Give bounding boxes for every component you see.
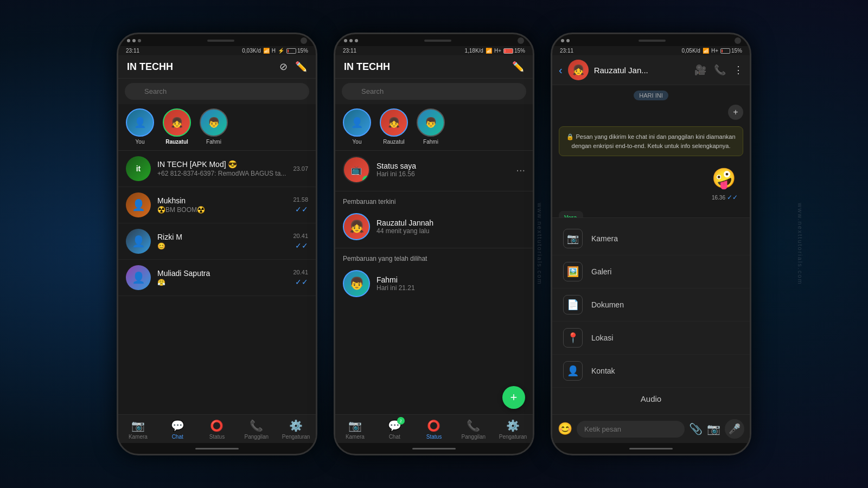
chat-meta-intech: 23.07	[293, 165, 308, 172]
more-options-icon[interactable]: ···	[516, 164, 525, 176]
fab-add-status[interactable]: +	[502, 386, 525, 409]
action-lokasi[interactable]: 📍 Lokasi	[552, 322, 750, 355]
nav-label-kamera-1: Kamera	[129, 434, 148, 440]
nav-pengaturan-2[interactable]: ⚙️ Pengaturan	[493, 415, 533, 443]
chat-meta-mukhsin: 21.58 ✓✓	[293, 196, 308, 214]
camera-icon: 📷	[131, 419, 145, 432]
camera-action-icon: 📷	[563, 229, 583, 248]
phone-dots-2	[344, 39, 358, 42]
nav-kamera-1[interactable]: 📷 Kamera	[118, 415, 158, 443]
add-button[interactable]: +	[728, 105, 743, 120]
chat-time-mukhsin: 21.58	[293, 196, 308, 203]
chat-item-muliadi[interactable]: 👤 Muliadi Saputra 😤 20.41 ✓✓	[118, 260, 316, 296]
story-row-1: 👤 You 👧 Rauzatul 👦 Fahmi	[118, 104, 316, 151]
app-header-2: IN TECHH ✏️	[335, 55, 533, 79]
chat-avatar-muliadi: 👤	[126, 265, 151, 290]
back-button[interactable]: ‹	[559, 64, 563, 76]
chat-item-rizki[interactable]: 👤 Rizki M 😊 20.41 ✓✓	[118, 223, 316, 260]
nav-chat-2[interactable]: 💬 2 Chat	[375, 415, 414, 443]
phone-speaker-3	[639, 40, 666, 42]
badge-count: 2	[397, 417, 405, 425]
action-galeri[interactable]: 🖼️ Galeri	[552, 255, 750, 288]
watermark-right: www.nexttutorials.com	[796, 203, 803, 285]
section-seen: Pembaruan yang telah dilihat	[335, 251, 533, 265]
input-bar-3: 😊 📎 📷 🎤	[552, 414, 750, 443]
nav-status-1[interactable]: ⭕ Status	[197, 415, 237, 443]
search-wrapper: 🔍	[125, 83, 309, 100]
location-action-icon: 📍	[563, 328, 583, 348]
nav-status-2[interactable]: ⭕ Status	[414, 415, 454, 443]
story-you-1[interactable]: 👤 You	[126, 108, 154, 145]
compose-icon[interactable]: ✏️	[295, 61, 307, 73]
chat-header-avatar[interactable]: 👧	[568, 60, 589, 80]
security-notice[interactable]: 🔒 Pesan yang dikirim ke chat ini dan pan…	[559, 126, 743, 156]
dot	[132, 39, 136, 42]
nav-chat-1[interactable]: 💬 Chat	[158, 415, 197, 443]
camera-icon-2: 📷	[348, 419, 362, 432]
my-status-item[interactable]: 📺 + Status saya Hari ini 16.56 ···	[335, 151, 533, 189]
settings-icon: ⚙️	[289, 419, 303, 432]
chat-item-intech[interactable]: it IN TECH [APK Mod] 😎 +62 812-8374-6397…	[118, 151, 316, 187]
status-fahmi[interactable]: 👦 Fahmi Hari ini 21.21	[335, 265, 533, 303]
voice-call-icon[interactable]: 📞	[714, 64, 726, 76]
nav-panggilan-1[interactable]: 📞 Panggilan	[237, 415, 276, 443]
nav-label-chat-1: Chat	[172, 434, 183, 440]
message-input[interactable]	[577, 421, 685, 438]
more-menu-icon[interactable]: ⋮	[733, 64, 743, 76]
chat-header-info: Rauzatul Jan...	[594, 66, 689, 75]
header-icons-2: ✏️	[512, 61, 524, 73]
chat-meta-muliadi: 20.41 ✓✓	[293, 269, 308, 286]
microphone-button[interactable]: 🎤	[725, 419, 744, 439]
chat-avatar-mukhsin: 👤	[126, 192, 151, 217]
emoji-message: 🤪 16.36 ✓✓	[706, 160, 743, 207]
chat-item-mukhsin[interactable]: 👤 Mukhsin ☢️BM BOOM☢️ 21.58 ✓✓	[118, 187, 316, 223]
emoji-picker-button[interactable]: 😊	[558, 422, 572, 436]
battery: 15%	[286, 48, 308, 54]
attachment-button[interactable]: 📎	[689, 422, 703, 435]
compose-icon-2[interactable]: ✏️	[512, 61, 524, 73]
my-status-info: Status saya Hari ini 16.56	[376, 162, 509, 178]
nav-kamera-2[interactable]: 📷 Kamera	[335, 415, 375, 443]
story-avatar-you-2: 👤	[343, 108, 371, 137]
camera-action-label: Kamera	[591, 234, 618, 243]
action-kontak[interactable]: 👤 Kontak	[552, 355, 750, 388]
nav-pengaturan-1[interactable]: ⚙️ Pengaturan	[276, 415, 316, 443]
story-rauzatul-2[interactable]: 👧 Rauzatul	[380, 108, 408, 145]
date-badge: HARI INI	[634, 91, 668, 100]
story-fahmi-1[interactable]: 👦 Fahmi	[200, 108, 228, 145]
nav-label-status-1: Status	[209, 434, 225, 440]
story-you-2[interactable]: 👤 You	[343, 108, 371, 145]
home-bar-line	[195, 448, 239, 450]
chat-tick-mukhsin: ✓✓	[295, 205, 308, 214]
data-speed: 0,03K/d	[242, 48, 260, 54]
status-right-3: 0,05K/d 📶 H+ 15%	[681, 48, 742, 54]
call-icon-2: 📞	[467, 419, 480, 432]
phone-speaker-2	[424, 40, 451, 42]
nav-panggilan-2[interactable]: 📞 Panggilan	[454, 415, 493, 443]
status-time-2: 23:11	[343, 48, 356, 54]
document-action-label: Dokumen	[591, 300, 624, 309]
nav-label-panggilan-2: Panggilan	[462, 434, 486, 440]
status-avatar-rauzatul: 👧	[343, 213, 370, 240]
battery-3: 15%	[720, 48, 742, 54]
camera-button[interactable]: 📷	[707, 422, 720, 435]
status-rauzatul[interactable]: 👧 Rauzatul Jannah 44 menit yang lalu	[335, 208, 533, 246]
search-input-2[interactable]	[342, 83, 526, 100]
battery-pct: 15%	[297, 48, 308, 54]
story-rauzatul-1[interactable]: 👧 Rauzatul	[163, 108, 191, 145]
action-audio[interactable]: Audio	[552, 388, 750, 410]
status-name-rauzatul: Rauzatul Jannah	[376, 219, 525, 227]
search-input-1[interactable]	[125, 83, 309, 100]
video-call-icon[interactable]: 🎥	[694, 64, 706, 76]
add-row: +	[559, 105, 743, 120]
chat-avatar-intech: it	[126, 156, 151, 181]
wifi-off-icon[interactable]: ⊘	[279, 61, 288, 73]
status-bar-3: 23:11 0,05K/d 📶 H+ 15%	[552, 46, 750, 55]
story-label-rauzatul-2: Rauzatul	[383, 139, 404, 145]
home-bar-2	[335, 443, 533, 454]
action-kamera[interactable]: 📷 Kamera	[552, 222, 750, 255]
dot	[355, 39, 358, 42]
vera-message: Vera 19.02	[559, 211, 583, 217]
story-fahmi-2[interactable]: 👦 Fahmi	[417, 108, 445, 145]
action-dokumen[interactable]: 📄 Dokumen	[552, 288, 750, 322]
